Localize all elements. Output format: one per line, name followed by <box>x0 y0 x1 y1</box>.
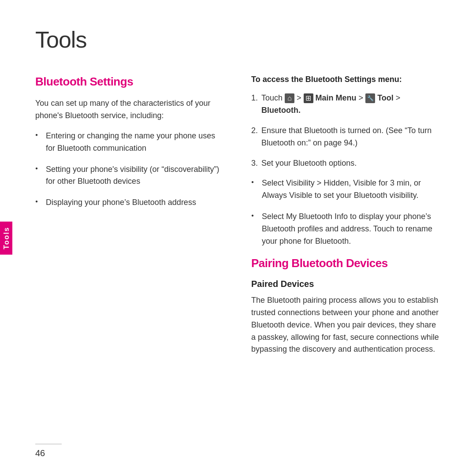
step-number: 1. <box>251 92 258 117</box>
grid-icon <box>304 93 313 103</box>
page-number: 46 <box>35 448 45 458</box>
step-text: Touch > Main Menu > Tool > Bluetooth. <box>261 92 441 117</box>
list-item: 1. Touch > Main Menu > Tool > Bluetooth. <box>251 92 441 117</box>
left-column: Bluetooth Settings You can set up many o… <box>35 75 225 364</box>
step-number: 2. <box>251 125 258 149</box>
bottom-divider <box>35 444 62 444</box>
list-item: Displaying your phone’s Bluetooth addres… <box>35 197 225 209</box>
paired-devices-text: The Bluetooth pairing process allows you… <box>251 294 441 356</box>
bluetooth-label: Bluetooth. <box>261 106 301 115</box>
access-heading: To access the Bluetooth Settings menu: <box>251 75 441 84</box>
intro-text: You can set up many of the characteristi… <box>35 97 225 122</box>
page-title: Tools <box>35 26 441 53</box>
list-item: Select My Bluetooth Info to display your… <box>251 211 441 248</box>
list-item: Setting your phone's visibility (or “dis… <box>35 164 225 188</box>
step-text: Ensure that Bluetooth is turned on. (See… <box>261 125 441 149</box>
list-item: Select Visibility > Hidden, Visible for … <box>251 177 441 202</box>
pairing-bluetooth-heading: Pairing Bluetooth Devices <box>251 257 441 270</box>
main-menu-label: Main Menu <box>316 93 357 102</box>
numbered-steps: 1. Touch > Main Menu > Tool > Bluetooth. <box>251 92 441 169</box>
tool-label: Tool <box>377 93 394 102</box>
bluetooth-settings-heading: Bluetooth Settings <box>35 75 225 89</box>
list-item: Entering or changing the name your phone… <box>35 130 225 155</box>
home-icon <box>285 93 294 103</box>
right-bullet-list: Select Visibility > Hidden, Visible for … <box>251 177 441 247</box>
tool-icon <box>365 93 375 103</box>
left-bullet-list: Entering or changing the name your phone… <box>35 130 225 209</box>
list-item: 3. Set your Bluetooth options. <box>251 157 441 170</box>
list-item: 2. Ensure that Bluetooth is turned on. (… <box>251 125 441 149</box>
right-column: To access the Bluetooth Settings menu: 1… <box>251 75 441 364</box>
step-text: Set your Bluetooth options. <box>261 157 357 170</box>
step-number: 3. <box>251 157 258 170</box>
paired-devices-subtitle: Paired Devices <box>251 279 441 289</box>
